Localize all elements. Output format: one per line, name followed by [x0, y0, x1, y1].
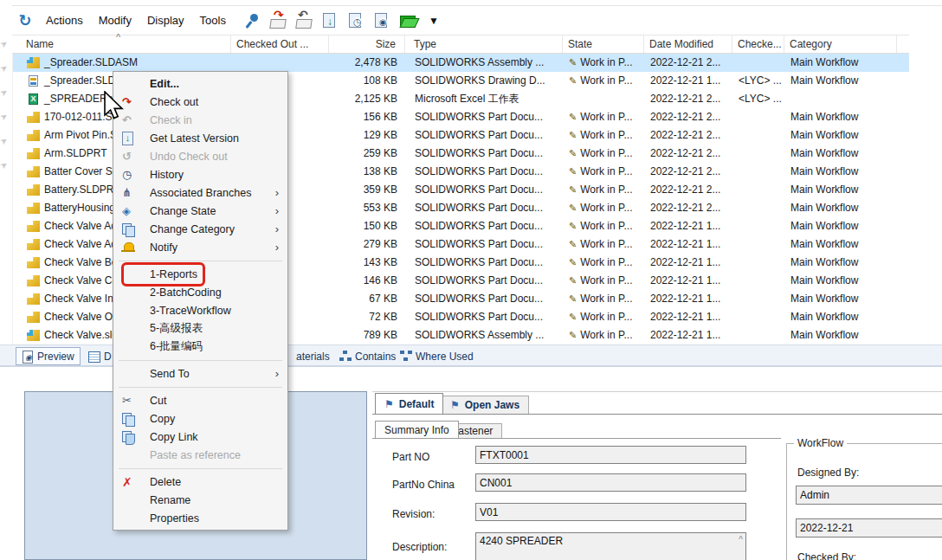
menu-item-change-category[interactable]: Change Category › [113, 220, 287, 238]
field-input[interactable] [475, 503, 746, 521]
get-latest-version-icon[interactable] [317, 10, 343, 31]
menu-item-properties[interactable]: Properties › [113, 509, 287, 527]
file-type-icon [27, 330, 40, 341]
state-cell: Work in P... [564, 54, 645, 72]
menu-item-get-latest-version[interactable]: Get Latest Version › [113, 129, 287, 147]
tab-icon [339, 351, 351, 363]
state-cell [564, 90, 645, 108]
submenu-arrow-icon: › [275, 204, 279, 217]
menu-item-5-advanced-report[interactable]: 5-高级报表 › [113, 319, 287, 338]
menu-item-paste-as-reference[interactable]: Paste as reference › [113, 446, 287, 464]
menu-item-icon [120, 186, 138, 200]
scroll-up-icon[interactable]: ^ [739, 535, 743, 544]
file-type-icon [27, 130, 40, 141]
menu-item-copy[interactable]: Copy › [113, 409, 287, 428]
config-tab-default[interactable]: ⚑ Default [375, 393, 443, 414]
state-cell: Work in P... [564, 181, 645, 199]
tab-where-used[interactable]: Where Used [395, 347, 479, 365]
file-type-icon [27, 203, 40, 214]
menu-separator[interactable]: › [113, 383, 287, 391]
menu-item-icon [120, 241, 138, 254]
size-cell: 156 KB [330, 108, 406, 126]
column-header[interactable]: Name [12, 35, 231, 53]
menu-item-edit[interactable]: Edit... › [113, 74, 287, 93]
column-header[interactable]: Size [329, 35, 405, 53]
state-cell: Work in P... [564, 254, 645, 272]
menu-item-send-to[interactable]: Send To › [113, 364, 287, 383]
menu-item-check-in[interactable]: Check in › [113, 111, 287, 129]
designed-date-input[interactable] [796, 518, 942, 537]
date-modified-cell: 2022-12-21 1... [645, 272, 733, 290]
file-type-icon [27, 221, 40, 232]
menubar-item[interactable]: Display [139, 14, 192, 27]
description-input[interactable]: 4240 SPREADER ^ [475, 532, 746, 560]
checked-out-by-cell [733, 199, 785, 217]
history-icon[interactable] [343, 10, 369, 31]
state-cell: Work in P... [564, 108, 645, 126]
menu-item-6-batch-coding[interactable]: 6-批量编码 › [113, 338, 287, 356]
config-tab-open-jaws[interactable]: ⚑ Open Jaws [441, 396, 529, 414]
menu-item-icon [120, 430, 138, 444]
menu-item-delete[interactable]: Delete › [113, 473, 287, 491]
check-in-icon[interactable] [291, 10, 317, 31]
date-modified-cell: 2022-12-21 1... [645, 72, 733, 90]
field-input[interactable] [475, 446, 746, 464]
checked-out-by-cell [733, 108, 785, 126]
type-cell: SOLIDWORKS Part Docu... [406, 217, 564, 235]
submenu-arrow-icon: › [275, 222, 279, 235]
checked-out-by-cell [733, 254, 785, 272]
menu-item-copy-link[interactable]: Copy Link › [113, 428, 287, 446]
state-cell: Work in P... [564, 272, 645, 290]
state-cell: Work in P... [564, 199, 645, 217]
menubar-item[interactable]: Tools [192, 14, 234, 27]
column-header[interactable]: Checked Out ... [231, 35, 329, 53]
type-cell: SOLIDWORKS Drawing D... [406, 72, 564, 90]
left-edge-arrow-icon: ➤ [0, 109, 12, 123]
size-cell: 143 KB [330, 254, 406, 272]
menu-item-3-traceworkflow[interactable]: 3-TraceWorkflow › [113, 301, 287, 319]
designed-by-input[interactable] [796, 486, 942, 505]
column-header[interactable]: Category [784, 35, 897, 53]
menu-item-change-state[interactable]: Change State › [113, 202, 287, 220]
size-cell: 150 KB [330, 217, 406, 235]
menu-item-associated-branches[interactable]: Associated Branches › [113, 183, 287, 202]
checked-out-by-cell [733, 163, 785, 181]
file-row[interactable]: _Spreader.SLDASM 2,478 KB SOLIDWORKS Ass… [13, 54, 909, 72]
menu-item-notify[interactable]: Notify › [113, 238, 287, 256]
size-cell: 108 KB [330, 72, 406, 90]
pin-icon[interactable] [239, 10, 265, 31]
description-label: Description: [392, 541, 447, 553]
mouse-cursor [103, 91, 124, 120]
menu-item-check-out[interactable]: Check out › [113, 93, 287, 111]
tab-summary-info[interactable]: Summary Info [375, 421, 459, 438]
open-folder-icon[interactable] [395, 10, 421, 31]
menu-item-icon [120, 204, 138, 218]
menu-item-undo-check-out[interactable]: Undo Check out › [113, 147, 287, 165]
menu-item-icon [120, 132, 138, 145]
column-header[interactable]: Date Modified [644, 35, 732, 53]
menu-separator[interactable]: › [113, 464, 287, 473]
field-label: Revision: [392, 508, 435, 520]
check-out-icon[interactable] [265, 10, 291, 31]
toolbar-dropdown-icon[interactable]: ▼ [421, 10, 447, 31]
refresh-icon[interactable]: ↻ [12, 11, 38, 30]
config-tab-baseline [372, 414, 942, 415]
date-modified-cell: 2022-12-21 2... [645, 163, 733, 181]
column-header[interactable]: State [563, 35, 644, 53]
preview-icon[interactable] [369, 10, 395, 31]
column-header[interactable]: Checke... [732, 35, 784, 53]
checked-out-by-cell [733, 235, 785, 254]
tab-contains[interactable]: Contains [334, 347, 401, 365]
tab-bill-of-materials[interactable]: aterials [287, 347, 335, 365]
column-header[interactable]: Type [405, 35, 563, 53]
tab-data-card[interactable]: D [83, 347, 117, 365]
menubar-item[interactable]: Modify [91, 14, 139, 27]
field-input[interactable] [475, 473, 746, 492]
toolbar: ▼ [239, 10, 447, 31]
tab-preview[interactable]: Preview [16, 347, 81, 365]
menu-separator[interactable]: › [113, 356, 287, 364]
menu-item-rename[interactable]: Rename › [113, 491, 287, 509]
menu-item-cut[interactable]: Cut › [113, 391, 287, 409]
menubar-item[interactable]: Actions [38, 14, 91, 27]
menu-item-history[interactable]: History › [113, 165, 287, 183]
